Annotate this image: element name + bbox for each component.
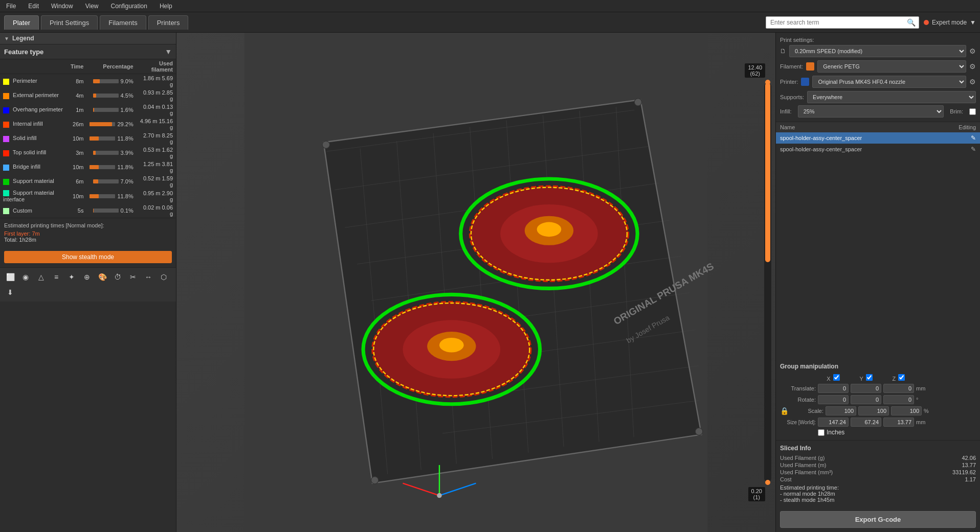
printer-select[interactable]: Original Prusa MK4S HF0.4 nozzle bbox=[812, 76, 966, 88]
legend-row-pct: 29.2% bbox=[86, 117, 136, 131]
supports-select[interactable]: Everywhere bbox=[807, 91, 976, 103]
tool-seam-icon[interactable]: ✦ bbox=[64, 270, 79, 284]
tool-slice-icon[interactable]: ⬇ bbox=[3, 285, 17, 299]
lock-icon[interactable]: 🔒 bbox=[780, 407, 789, 415]
tool-3d-icon[interactable]: ⬡ bbox=[157, 270, 171, 284]
est-print-section: Estimated printing time: - normal mode 1… bbox=[780, 484, 976, 503]
empty-area bbox=[776, 155, 980, 359]
tool-cut-icon[interactable]: ✂ bbox=[126, 270, 140, 284]
legend-row-time: 10m bbox=[68, 160, 86, 174]
svg-point-37 bbox=[371, 477, 378, 484]
brim-checkbox[interactable] bbox=[969, 108, 976, 115]
translate-z-input[interactable] bbox=[883, 384, 914, 393]
print-settings-title: Print settings: bbox=[780, 37, 976, 43]
group-manipulation-section: Group manipulation X Y Z Translate: bbox=[776, 359, 980, 440]
export-gcode-button[interactable]: Export G-code bbox=[780, 511, 976, 528]
scroll-thumb-v bbox=[765, 83, 770, 263]
viewport-scrollbar-v[interactable] bbox=[764, 83, 771, 482]
legend-row-label: Overhang perimeter bbox=[0, 103, 68, 117]
infill-label: Infill: bbox=[780, 108, 792, 114]
legend-title: Legend bbox=[12, 35, 34, 42]
axis-x-checkbox[interactable] bbox=[833, 374, 840, 381]
legend-row-label: Support material interface bbox=[0, 189, 68, 203]
main-layout: ▼ Legend Feature type ▼ Time Percentage … bbox=[0, 33, 980, 532]
legend-row-filament: 0.53 m 1.62 g bbox=[137, 146, 176, 160]
filament-mm3-label: Used Filament (mm³) bbox=[780, 469, 833, 475]
legend-row-filament: 0.52 m 1.59 g bbox=[137, 174, 176, 189]
filament-color-swatch bbox=[806, 62, 814, 71]
rotate-y-input[interactable] bbox=[851, 395, 881, 404]
toolbar: ⬜ ◉ △ ≡ ✦ ⊕ 🎨 ⏱ ✂ ↔ ⬡ ⬇ bbox=[0, 267, 176, 302]
print-settings-gear-icon[interactable]: ⚙ bbox=[969, 47, 976, 55]
right-panel: Print settings: 🗋 0.20mm SPEED (modified… bbox=[775, 33, 980, 532]
tool-support-icon[interactable]: △ bbox=[34, 270, 48, 284]
legend-row-filament: 0.95 m 2.90 g bbox=[137, 189, 176, 203]
print-settings-select[interactable]: 0.20mm SPEED (modified) bbox=[789, 45, 966, 57]
filter-icon[interactable]: ▼ bbox=[165, 48, 172, 56]
edit-icon-2[interactable]: ✎ bbox=[971, 146, 976, 153]
object-item-2[interactable]: spool-holder-assy-center_spacer ✎ bbox=[776, 144, 980, 155]
cost-row: Cost 1.17 bbox=[780, 476, 976, 482]
legend-row-time: 5s bbox=[68, 203, 86, 218]
axis-z-checkbox[interactable] bbox=[898, 374, 905, 381]
size-z-input[interactable] bbox=[883, 418, 914, 427]
rotate-x-input[interactable] bbox=[818, 395, 849, 404]
legend-row: Custom 5s 0.1% 0.02 m 0.06 g bbox=[0, 203, 176, 218]
legend-row-filament: 1.25 m 3.81 g bbox=[137, 160, 176, 174]
filament-gear-icon[interactable]: ⚙ bbox=[969, 62, 976, 71]
menu-help[interactable]: Help bbox=[158, 2, 174, 11]
menu-view[interactable]: View bbox=[83, 2, 101, 11]
expert-mode-toggle[interactable]: Expert mode ▼ bbox=[924, 19, 976, 26]
search-input[interactable] bbox=[766, 16, 919, 29]
inches-checkbox[interactable] bbox=[818, 429, 825, 436]
menu-edit[interactable]: Edit bbox=[26, 2, 41, 11]
scale-z-input[interactable] bbox=[891, 406, 922, 415]
svg-point-43 bbox=[437, 493, 442, 498]
legend-row-time: 1m bbox=[68, 103, 86, 117]
tool-color-icon[interactable]: 🎨 bbox=[95, 270, 109, 284]
object-item-1[interactable]: spool-holder-assy-center_spacer ✎ bbox=[776, 132, 980, 144]
stealth-mode-button[interactable]: Show stealth mode bbox=[4, 251, 172, 263]
printer-gear-icon[interactable]: ⚙ bbox=[969, 78, 976, 86]
menu-configuration[interactable]: Configuration bbox=[109, 2, 149, 11]
inches-label: Inches bbox=[827, 429, 844, 436]
tab-filaments[interactable]: Filaments bbox=[100, 15, 146, 30]
tool-time-icon[interactable]: ⏱ bbox=[110, 270, 125, 284]
size-y-input[interactable] bbox=[851, 418, 881, 427]
object-name-1: spool-holder-assy-center_spacer bbox=[780, 135, 862, 141]
tab-print-settings[interactable]: Print Settings bbox=[41, 15, 98, 30]
cost-value: 1.17 bbox=[965, 476, 976, 482]
infill-brim-row: Infill: 25% Brim: bbox=[780, 105, 976, 118]
rotate-z-input[interactable] bbox=[883, 395, 914, 404]
tool-layer-icon[interactable]: ≡ bbox=[49, 270, 63, 284]
translate-row: Translate: mm bbox=[780, 384, 976, 393]
size-x-input[interactable] bbox=[818, 418, 849, 427]
menu-window[interactable]: Window bbox=[49, 2, 75, 11]
legend-row-time: 10m bbox=[68, 189, 86, 203]
tool-mirror-icon[interactable]: ↔ bbox=[141, 270, 155, 284]
legend-row: Top solid infill 3m 3.9% 0.53 m 1.62 g bbox=[0, 146, 176, 160]
menu-file[interactable]: File bbox=[4, 2, 18, 11]
translate-x-input[interactable] bbox=[818, 384, 849, 393]
size-unit: mm bbox=[916, 419, 925, 425]
tool-bed-icon[interactable]: ⬜ bbox=[3, 270, 17, 284]
filament-select[interactable]: Generic PETG bbox=[817, 60, 966, 73]
viewport[interactable]: ORIGINAL PRUSA MK4S by Josef Prusa 12.40… bbox=[176, 33, 775, 532]
tool-add-icon[interactable]: ⊕ bbox=[80, 270, 94, 284]
axis-y-checkbox[interactable] bbox=[866, 374, 873, 381]
print-settings-row: 🗋 0.20mm SPEED (modified) ⚙ bbox=[780, 45, 976, 57]
axis-header-row: X Y Z bbox=[780, 374, 976, 382]
infill-select[interactable]: 25% bbox=[798, 105, 944, 118]
tool-object-icon[interactable]: ◉ bbox=[18, 270, 33, 284]
printer-icon bbox=[801, 78, 809, 86]
legend-row-pct: 11.8% bbox=[86, 160, 136, 174]
tab-plater[interactable]: Plater bbox=[4, 15, 39, 30]
object-list-section: Name Editing spool-holder-assy-center_sp… bbox=[776, 122, 980, 155]
tab-printers[interactable]: Printers bbox=[148, 15, 189, 30]
cost-label: Cost bbox=[780, 476, 792, 482]
scale-x-input[interactable] bbox=[826, 406, 856, 415]
edit-icon-1[interactable]: ✎ bbox=[971, 134, 976, 142]
scale-y-input[interactable] bbox=[858, 406, 889, 415]
filament-m-row: Used Filament (m) 13.77 bbox=[780, 462, 976, 468]
translate-y-input[interactable] bbox=[851, 384, 881, 393]
